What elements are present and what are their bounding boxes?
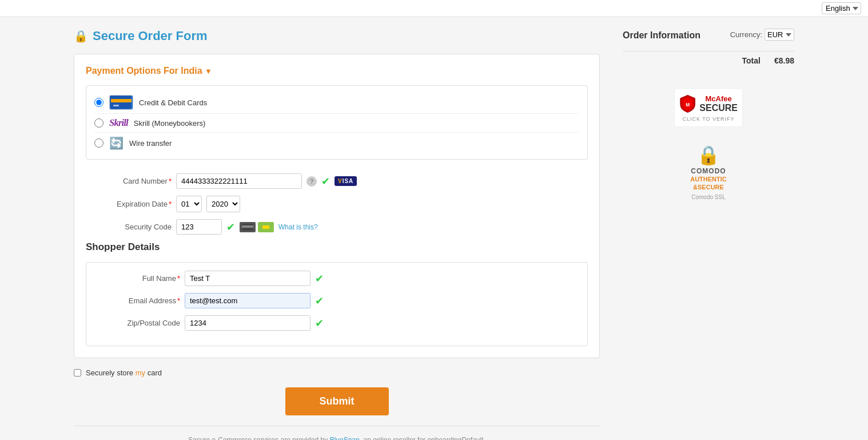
zip-row: Zip/Postal Code ✔ [94, 315, 579, 331]
zip-input[interactable] [185, 315, 310, 331]
zip-label: Zip/Postal Code [94, 319, 180, 327]
email-checkmark: ✔ [315, 295, 324, 307]
expiry-month-select[interactable]: 01 02 03 04 05 06 07 08 09 10 11 12 [176, 196, 202, 212]
form-panel: Payment Options For India ▼ [74, 54, 600, 358]
store-card-checkbox[interactable] [74, 369, 81, 376]
card-number-input[interactable] [176, 173, 302, 189]
mcafee-logo: M McAfee SECURE [679, 93, 738, 114]
email-row: Email Address* ✔ [94, 293, 579, 308]
click-to-verify-text: CLICK TO VERIFY [679, 116, 738, 122]
order-info-header: Order Information Currency: EUR USD GBP [623, 29, 794, 51]
order-total-row: Total €8.98 [623, 56, 794, 65]
store-card-row: Securely store my card [74, 368, 600, 377]
card-chip-icon [258, 222, 274, 232]
payment-method-credit-debit: Credit & Debit Cards [94, 92, 579, 114]
svg-text:M: M [686, 102, 690, 108]
mcafee-shield-icon: M [679, 93, 696, 114]
left-column: 🔒 Secure Order Form Payment Options For … [74, 29, 600, 440]
language-select[interactable]: English [822, 2, 861, 14]
credit-card-icon [109, 95, 133, 110]
payment-method-skrill: Skrill Skrill (Moneybookers) [94, 114, 579, 133]
card-number-label: Card Number* [86, 177, 172, 185]
what-is-this-link[interactable]: What is this? [278, 223, 318, 231]
security-code-checkmark: ✔ [226, 221, 235, 233]
footer-text: Secure e-Commerce services are provided … [74, 434, 600, 440]
skrill-label: Skrill (Moneybookers) [134, 119, 206, 128]
svg-rect-2 [113, 105, 119, 106]
full-name-input[interactable] [185, 271, 310, 286]
visa-badge: VISA [335, 176, 357, 186]
lock-icon: 🔒 [74, 29, 88, 43]
security-badges: M McAfee SECURE CLICK TO VERIFY 🔒 COMODO… [623, 88, 794, 200]
payment-method-wire: 🔄 Wire transfer [94, 133, 579, 153]
right-column: Order Information Currency: EUR USD GBP … [623, 29, 794, 440]
store-card-label: Securely store my card [86, 368, 162, 377]
mcafee-secure-text: SECURE [699, 103, 738, 113]
comodo-lock-icon: 🔒 [690, 144, 727, 166]
mcafee-badge[interactable]: M McAfee SECURE CLICK TO VERIFY [674, 88, 743, 127]
payment-method-credit-debit-radio[interactable] [94, 98, 103, 107]
email-label: Email Address* [94, 296, 180, 305]
comodo-ssl-text: Comodo SSL [690, 194, 727, 200]
total-value: €8.98 [774, 56, 794, 65]
zip-checkmark: ✔ [315, 317, 324, 330]
submit-area: Submit [74, 387, 600, 415]
security-code-input[interactable] [176, 219, 222, 235]
shopper-form-area: Full Name* ✔ Email Address* ✔ [86, 262, 588, 346]
country-dropdown[interactable]: India [181, 66, 202, 76]
full-name-label: Full Name* [94, 274, 180, 283]
svg-rect-1 [111, 99, 132, 102]
currency-row: Currency: EUR USD GBP [730, 29, 794, 41]
payment-method-skrill-radio[interactable] [94, 118, 103, 128]
currency-select[interactable]: EUR USD GBP [765, 29, 794, 41]
skrill-icon: Skrill [109, 117, 128, 129]
order-info-title: Order Information [623, 30, 700, 41]
comodo-title: COMODO [690, 167, 727, 175]
mcafee-text: McAfee [699, 94, 738, 103]
shopper-section: Shopper Details Full Name* ✔ Email Addre… [86, 241, 588, 346]
card-number-row: Card Number* ? ✔ VISA [86, 173, 588, 189]
comodo-badge: 🔒 COMODO AUTHENTIC&SECURE Comodo SSL [690, 144, 727, 200]
total-label: Total [742, 56, 761, 65]
shopper-title: Shopper Details [86, 241, 588, 253]
full-name-checkmark: ✔ [315, 272, 324, 285]
expiry-date-row: Expiration Date* 01 02 03 04 05 06 07 08… [86, 196, 588, 212]
country-chevron-icon[interactable]: ▼ [205, 67, 212, 76]
footer-divider [74, 426, 600, 426]
card-back-icon [240, 222, 256, 232]
email-input[interactable] [185, 293, 310, 308]
page-title-row: 🔒 Secure Order Form [74, 29, 600, 43]
card-form-area: Card Number* ? ✔ VISA Expiration Date* 0 [86, 170, 588, 235]
payment-method-wire-radio[interactable] [94, 138, 103, 148]
security-card-icons [240, 222, 274, 232]
card-number-checkmark: ✔ [321, 175, 330, 188]
security-code-label: Security Code [86, 223, 172, 231]
expiry-label: Expiration Date* [86, 200, 172, 208]
svg-rect-6 [262, 225, 269, 229]
wire-transfer-icon: 🔄 [109, 136, 124, 150]
submit-button[interactable]: Submit [285, 387, 389, 415]
bluesnap-link[interactable]: BlueSnap [330, 436, 360, 440]
card-number-help-icon[interactable]: ? [306, 176, 317, 187]
payment-options-title: Payment Options For India ▼ [86, 66, 588, 76]
credit-debit-label: Credit & Debit Cards [139, 98, 207, 107]
full-name-row: Full Name* ✔ [94, 271, 579, 286]
currency-label: Currency: [730, 30, 762, 39]
expiry-year-select[interactable]: 2020 2021 2022 2023 2024 2025 2026 [206, 196, 240, 212]
svg-rect-4 [242, 225, 253, 228]
security-code-row: Security Code ✔ What is this? [86, 219, 588, 235]
top-bar: English [0, 0, 868, 17]
comodo-authentic-text: AUTHENTIC&SECURE [690, 175, 727, 192]
page-title: Secure Order Form [93, 29, 208, 43]
wire-label: Wire transfer [129, 139, 172, 148]
payment-methods-area: Credit & Debit Cards Skrill Skrill (Mone… [86, 85, 588, 160]
